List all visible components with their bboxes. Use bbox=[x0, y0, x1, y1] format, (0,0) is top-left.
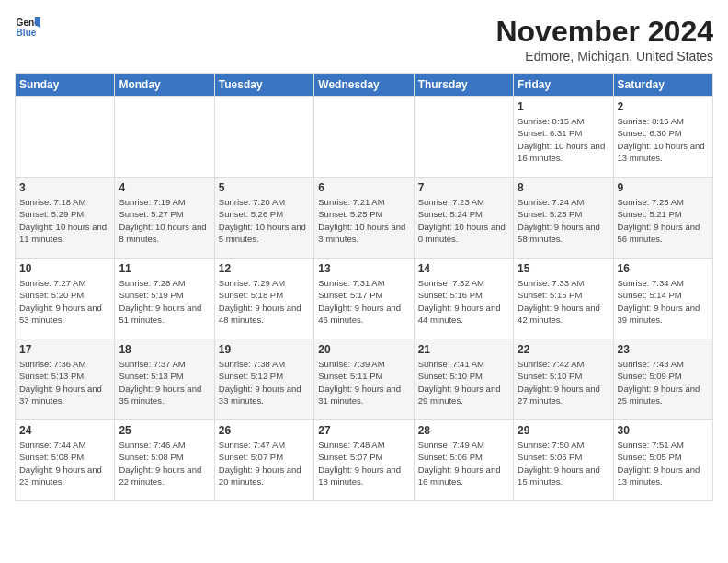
day-number: 14 bbox=[418, 262, 509, 275]
day-cell: 26Sunrise: 7:47 AM Sunset: 5:07 PM Dayli… bbox=[214, 420, 313, 501]
day-info: Sunrise: 7:50 AM Sunset: 5:06 PM Dayligh… bbox=[518, 439, 609, 488]
week-row-0: 1Sunrise: 8:15 AM Sunset: 6:31 PM Daylig… bbox=[16, 97, 713, 178]
location: Edmore, Michigan, United States bbox=[495, 49, 713, 63]
day-number: 18 bbox=[119, 343, 210, 356]
day-number: 24 bbox=[19, 424, 110, 437]
day-number: 12 bbox=[219, 262, 310, 275]
day-info: Sunrise: 7:37 AM Sunset: 5:13 PM Dayligh… bbox=[119, 358, 210, 407]
day-cell: 28Sunrise: 7:49 AM Sunset: 5:06 PM Dayli… bbox=[414, 420, 513, 501]
day-number: 17 bbox=[19, 343, 110, 356]
day-number: 6 bbox=[318, 181, 409, 194]
logo-icon: General Blue bbox=[15, 15, 40, 40]
week-row-1: 3Sunrise: 7:18 AM Sunset: 5:29 PM Daylig… bbox=[16, 178, 713, 259]
day-info: Sunrise: 7:33 AM Sunset: 5:15 PM Dayligh… bbox=[518, 277, 609, 326]
day-info: Sunrise: 7:36 AM Sunset: 5:13 PM Dayligh… bbox=[19, 358, 110, 407]
day-cell: 30Sunrise: 7:51 AM Sunset: 5:05 PM Dayli… bbox=[613, 420, 712, 501]
day-info: Sunrise: 7:49 AM Sunset: 5:06 PM Dayligh… bbox=[418, 439, 509, 488]
day-cell: 24Sunrise: 7:44 AM Sunset: 5:08 PM Dayli… bbox=[16, 420, 115, 501]
day-number: 21 bbox=[418, 343, 509, 356]
day-cell: 5Sunrise: 7:20 AM Sunset: 5:26 PM Daylig… bbox=[214, 178, 313, 259]
day-header-sunday: Sunday bbox=[16, 74, 115, 97]
day-cell: 18Sunrise: 7:37 AM Sunset: 5:13 PM Dayli… bbox=[115, 339, 214, 420]
day-cell: 17Sunrise: 7:36 AM Sunset: 5:13 PM Dayli… bbox=[16, 339, 115, 420]
day-number: 23 bbox=[618, 343, 709, 356]
day-info: Sunrise: 7:31 AM Sunset: 5:17 PM Dayligh… bbox=[318, 277, 409, 326]
day-info: Sunrise: 7:29 AM Sunset: 5:18 PM Dayligh… bbox=[219, 277, 310, 326]
day-header-thursday: Thursday bbox=[414, 74, 513, 97]
day-info: Sunrise: 7:47 AM Sunset: 5:07 PM Dayligh… bbox=[219, 439, 310, 488]
day-info: Sunrise: 7:25 AM Sunset: 5:21 PM Dayligh… bbox=[618, 196, 709, 245]
day-number: 25 bbox=[119, 424, 210, 437]
day-info: Sunrise: 7:32 AM Sunset: 5:16 PM Dayligh… bbox=[418, 277, 509, 326]
day-number: 29 bbox=[518, 424, 609, 437]
day-cell bbox=[115, 97, 214, 178]
day-number: 9 bbox=[618, 181, 709, 194]
logo: General Blue bbox=[15, 15, 40, 40]
day-number: 30 bbox=[618, 424, 709, 437]
day-number: 5 bbox=[219, 181, 310, 194]
day-cell: 11Sunrise: 7:28 AM Sunset: 5:19 PM Dayli… bbox=[115, 259, 214, 339]
day-header-friday: Friday bbox=[514, 74, 613, 97]
day-info: Sunrise: 7:46 AM Sunset: 5:08 PM Dayligh… bbox=[119, 439, 210, 488]
day-number: 11 bbox=[119, 262, 210, 275]
day-cell bbox=[314, 97, 414, 178]
day-number: 26 bbox=[219, 424, 310, 437]
day-cell: 3Sunrise: 7:18 AM Sunset: 5:29 PM Daylig… bbox=[16, 178, 115, 259]
calendar-body: 1Sunrise: 8:15 AM Sunset: 6:31 PM Daylig… bbox=[16, 97, 713, 501]
day-cell: 6Sunrise: 7:21 AM Sunset: 5:25 PM Daylig… bbox=[314, 178, 414, 259]
day-number: 22 bbox=[518, 343, 609, 356]
day-info: Sunrise: 7:41 AM Sunset: 5:10 PM Dayligh… bbox=[418, 358, 509, 407]
day-info: Sunrise: 7:51 AM Sunset: 5:05 PM Dayligh… bbox=[618, 439, 709, 488]
day-number: 15 bbox=[518, 262, 609, 275]
day-cell: 10Sunrise: 7:27 AM Sunset: 5:20 PM Dayli… bbox=[16, 259, 115, 339]
day-number: 19 bbox=[219, 343, 310, 356]
day-number: 1 bbox=[518, 100, 609, 113]
day-cell: 8Sunrise: 7:24 AM Sunset: 5:23 PM Daylig… bbox=[514, 178, 613, 259]
day-cell bbox=[16, 97, 115, 178]
day-number: 28 bbox=[418, 424, 509, 437]
day-info: Sunrise: 7:21 AM Sunset: 5:25 PM Dayligh… bbox=[318, 196, 409, 245]
day-cell: 16Sunrise: 7:34 AM Sunset: 5:14 PM Dayli… bbox=[613, 259, 712, 339]
day-info: Sunrise: 7:44 AM Sunset: 5:08 PM Dayligh… bbox=[19, 439, 110, 488]
day-cell: 9Sunrise: 7:25 AM Sunset: 5:21 PM Daylig… bbox=[613, 178, 712, 259]
day-cell bbox=[414, 97, 513, 178]
day-info: Sunrise: 7:38 AM Sunset: 5:12 PM Dayligh… bbox=[219, 358, 310, 407]
day-cell bbox=[214, 97, 313, 178]
day-number: 20 bbox=[318, 343, 409, 356]
calendar: SundayMondayTuesdayWednesdayThursdayFrid… bbox=[15, 73, 713, 501]
day-info: Sunrise: 7:43 AM Sunset: 5:09 PM Dayligh… bbox=[618, 358, 709, 407]
day-cell: 19Sunrise: 7:38 AM Sunset: 5:12 PM Dayli… bbox=[214, 339, 313, 420]
day-info: Sunrise: 7:28 AM Sunset: 5:19 PM Dayligh… bbox=[119, 277, 210, 326]
day-header-monday: Monday bbox=[115, 74, 214, 97]
day-cell: 21Sunrise: 7:41 AM Sunset: 5:10 PM Dayli… bbox=[414, 339, 513, 420]
day-info: Sunrise: 7:18 AM Sunset: 5:29 PM Dayligh… bbox=[19, 196, 110, 245]
month-title: November 2024 bbox=[495, 15, 713, 49]
day-cell: 4Sunrise: 7:19 AM Sunset: 5:27 PM Daylig… bbox=[115, 178, 214, 259]
day-cell: 22Sunrise: 7:42 AM Sunset: 5:10 PM Dayli… bbox=[514, 339, 613, 420]
day-info: Sunrise: 7:34 AM Sunset: 5:14 PM Dayligh… bbox=[618, 277, 709, 326]
header: General Blue November 2024 Edmore, Michi… bbox=[15, 15, 713, 63]
day-number: 27 bbox=[318, 424, 409, 437]
day-cell: 2Sunrise: 8:16 AM Sunset: 6:30 PM Daylig… bbox=[613, 97, 712, 178]
calendar-header: SundayMondayTuesdayWednesdayThursdayFrid… bbox=[16, 74, 713, 97]
day-cell: 7Sunrise: 7:23 AM Sunset: 5:24 PM Daylig… bbox=[414, 178, 513, 259]
day-info: Sunrise: 7:42 AM Sunset: 5:10 PM Dayligh… bbox=[518, 358, 609, 407]
week-row-2: 10Sunrise: 7:27 AM Sunset: 5:20 PM Dayli… bbox=[16, 259, 713, 339]
day-cell: 27Sunrise: 7:48 AM Sunset: 5:07 PM Dayli… bbox=[314, 420, 414, 501]
day-number: 13 bbox=[318, 262, 409, 275]
day-number: 8 bbox=[518, 181, 609, 194]
day-info: Sunrise: 8:16 AM Sunset: 6:30 PM Dayligh… bbox=[618, 115, 709, 164]
day-info: Sunrise: 7:48 AM Sunset: 5:07 PM Dayligh… bbox=[318, 439, 409, 488]
day-header-saturday: Saturday bbox=[613, 74, 712, 97]
day-cell: 23Sunrise: 7:43 AM Sunset: 5:09 PM Dayli… bbox=[613, 339, 712, 420]
day-number: 16 bbox=[618, 262, 709, 275]
day-number: 3 bbox=[19, 181, 110, 194]
day-cell: 1Sunrise: 8:15 AM Sunset: 6:31 PM Daylig… bbox=[514, 97, 613, 178]
day-cell: 15Sunrise: 7:33 AM Sunset: 5:15 PM Dayli… bbox=[514, 259, 613, 339]
day-info: Sunrise: 7:39 AM Sunset: 5:11 PM Dayligh… bbox=[318, 358, 409, 407]
day-cell: 20Sunrise: 7:39 AM Sunset: 5:11 PM Dayli… bbox=[314, 339, 414, 420]
day-number: 2 bbox=[618, 100, 709, 113]
day-info: Sunrise: 8:15 AM Sunset: 6:31 PM Dayligh… bbox=[518, 115, 609, 164]
day-cell: 13Sunrise: 7:31 AM Sunset: 5:17 PM Dayli… bbox=[314, 259, 414, 339]
day-info: Sunrise: 7:23 AM Sunset: 5:24 PM Dayligh… bbox=[418, 196, 509, 245]
